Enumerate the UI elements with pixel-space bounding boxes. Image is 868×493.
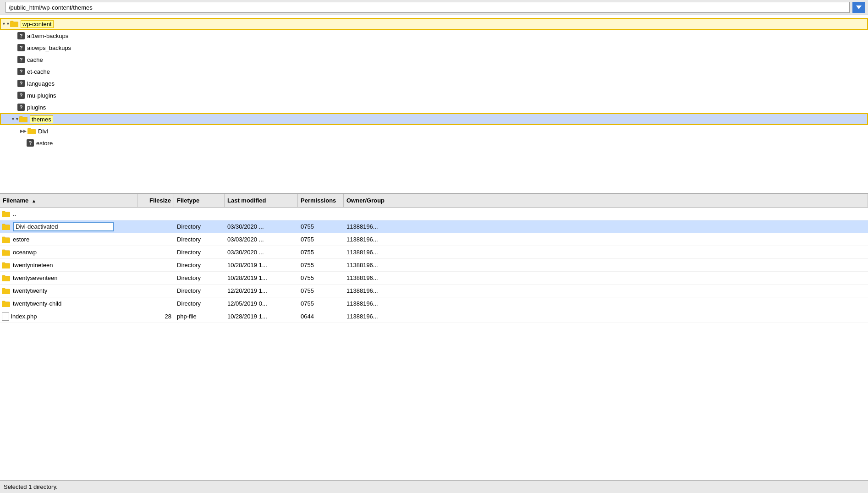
filename-label-twentytwenty: twentytwenty <box>13 287 47 294</box>
file-row-twentytwenty-child[interactable]: twentytwenty-child Directory 12/05/2019 … <box>0 297 868 310</box>
header-ownergroup[interactable]: Owner/Group <box>344 194 868 207</box>
header-lastmodified[interactable]: Last modified <box>225 194 298 207</box>
filesize-cell-twentytwenty <box>137 285 174 297</box>
filename-cell-estore: estore <box>0 233 137 246</box>
filename-label-twentyseventeen: twentyseventeen <box>13 274 58 281</box>
tree-item-cache[interactable]: ? cache <box>0 54 868 66</box>
permissions-cell-divi-deactivated: 0755 <box>298 220 344 233</box>
expand-arrow[interactable]: ▼ <box>3 20 9 27</box>
header-permissions[interactable]: Permissions <box>298 194 344 207</box>
header-label-filesize: Filesize <box>149 197 171 204</box>
filename-cell-twentynineteen: twentynineteen <box>0 259 137 271</box>
filetype-cell-twentynineteen: Directory <box>174 259 225 271</box>
file-row-index.php[interactable]: index.php 28 php-file 10/28/2019 1... 06… <box>0 310 868 323</box>
filename-cell-oceanwp: oceanwp <box>0 246 137 258</box>
tree-label-wp-content: wp-content <box>21 20 54 28</box>
tree-item-aiowps_backups[interactable]: ? aiowps_backups <box>0 42 868 54</box>
remote-site-input[interactable] <box>5 2 850 13</box>
tree-item-languages[interactable]: ? languages <box>0 77 868 89</box>
file-row-estore[interactable]: estore Directory 03/03/2020 ... 0755 113… <box>0 233 868 246</box>
expand-arrow[interactable]: ▶ <box>20 127 27 135</box>
header-label-filename: Filename ▲ <box>3 197 36 204</box>
remote-site-dropdown-button[interactable] <box>852 2 865 13</box>
filename-label-twentynineteen: twentynineteen <box>13 262 53 268</box>
ownergroup-cell-index.php: 11388196... <box>344 310 868 323</box>
svg-marker-0 <box>856 5 862 9</box>
tree-item-themes[interactable]: ▼ themes <box>0 113 868 125</box>
status-bar: Selected 1 directory. <box>0 480 868 493</box>
ownergroup-cell-twentyseventeen: 11388196... <box>344 272 868 284</box>
header-filetype[interactable]: Filetype <box>174 194 225 207</box>
folder-icon <box>2 275 11 281</box>
filesize-cell-twentyseventeen <box>137 272 174 284</box>
tree-label-aiowps_backups: aiowps_backups <box>27 44 71 51</box>
folder-icon <box>2 224 11 230</box>
lastmod-cell-twentytwenty: 12/20/2019 1... <box>225 285 298 297</box>
expand-arrow[interactable]: ▼ <box>12 115 18 123</box>
filesize-cell-twentynineteen <box>137 259 174 271</box>
filename-cell-index.php: index.php <box>0 310 137 323</box>
tree-item-et-cache[interactable]: ? et-cache <box>0 66 868 77</box>
filename-label-dotdot: .. <box>13 210 16 217</box>
tree-label-cache: cache <box>27 56 43 63</box>
lastmod-cell-twentytwenty-child: 12/05/2019 0... <box>225 297 298 310</box>
ownergroup-cell-twentytwenty: 11388196... <box>344 285 868 297</box>
tree-item-mu-plugins[interactable]: ? mu-plugins <box>0 89 868 101</box>
tree-item-wp-content[interactable]: ▼ wp-content <box>0 18 868 30</box>
filename-cell-divi-deactivated[interactable] <box>0 220 137 233</box>
file-row-twentyseventeen[interactable]: twentyseventeen Directory 10/28/2019 1..… <box>0 272 868 285</box>
lastmod-cell-twentyseventeen: 10/28/2019 1... <box>225 272 298 284</box>
filesize-cell-estore <box>137 233 174 246</box>
lastmod-cell-twentynineteen: 10/28/2019 1... <box>225 259 298 271</box>
chevron-down-icon <box>856 5 862 9</box>
permissions-cell-oceanwp: 0755 <box>298 246 344 258</box>
tree-pane: ▼ wp-content ? ai1wm-backups ? aiowps_ba… <box>0 15 868 194</box>
permissions-cell-twentyseventeen: 0755 <box>298 272 344 284</box>
file-rows: .. Directory 03/30/2020 ... 0755 1138819… <box>0 208 868 480</box>
folder-icon <box>2 301 11 307</box>
filesize-cell-oceanwp <box>137 246 174 258</box>
file-list-pane: Filename ▲ Filesize Filetype Last modifi… <box>0 194 868 480</box>
permissions-cell-estore: 0755 <box>298 233 344 246</box>
filetype-cell-twentytwenty: Directory <box>174 285 225 297</box>
folder-icon <box>18 115 28 123</box>
tree-label-mu-plugins: mu-plugins <box>27 92 56 99</box>
status-text: Selected 1 directory. <box>4 483 58 490</box>
header-label-permissions: Permissions <box>301 197 336 204</box>
tree-label-estore: estore <box>36 140 53 147</box>
filetype-cell-twentyseventeen: Directory <box>174 272 225 284</box>
file-list-headers: Filename ▲ Filesize Filetype Last modifi… <box>0 194 868 208</box>
filesize-cell-divi-deactivated <box>137 220 174 233</box>
tree-item-plugins[interactable]: ? plugins <box>0 101 868 113</box>
folder-icon <box>2 249 11 256</box>
tree-label-Divi: Divi <box>38 128 48 135</box>
tree-label-themes: themes <box>30 115 53 123</box>
header-filename[interactable]: Filename ▲ <box>0 194 137 207</box>
filename-label-twentytwenty-child: twentytwenty-child <box>13 300 61 307</box>
file-row-divi-deactivated[interactable]: Directory 03/30/2020 ... 0755 11388196..… <box>0 220 868 233</box>
filesize-cell-twentytwenty-child <box>137 297 174 310</box>
lastmod-cell-divi-deactivated: 03/30/2020 ... <box>225 220 298 233</box>
file-row-dotdot[interactable]: .. <box>0 208 868 220</box>
folder-icon <box>9 20 19 27</box>
filename-edit-input-divi-deactivated[interactable] <box>13 222 114 231</box>
tree-label-languages: languages <box>27 80 55 87</box>
folder-icon <box>2 211 11 217</box>
header-filesize[interactable]: Filesize <box>137 194 174 207</box>
ownergroup-cell-twentytwenty-child: 11388196... <box>344 297 868 310</box>
tree-label-et-cache: et-cache <box>27 68 50 75</box>
tree-label-plugins: plugins <box>27 104 46 111</box>
filename-label-oceanwp: oceanwp <box>13 249 37 256</box>
file-row-twentynineteen[interactable]: twentynineteen Directory 10/28/2019 1...… <box>0 259 868 272</box>
filetype-cell-dotdot <box>174 208 225 220</box>
permissions-cell-twentytwenty: 0755 <box>298 285 344 297</box>
header-label-ownergroup: Owner/Group <box>346 197 385 204</box>
file-row-twentytwenty[interactable]: twentytwenty Directory 12/20/2019 1... 0… <box>0 285 868 297</box>
header-label-lastmodified: Last modified <box>227 197 266 204</box>
tree-item-Divi[interactable]: ▶ Divi <box>0 125 868 137</box>
file-row-oceanwp[interactable]: oceanwp Directory 03/30/2020 ... 0755 11… <box>0 246 868 259</box>
tree-item-ai1wm-backups[interactable]: ? ai1wm-backups <box>0 30 868 42</box>
tree-item-estore[interactable]: ? estore <box>0 137 868 149</box>
ownergroup-cell-estore: 11388196... <box>344 233 868 246</box>
filename-cell-dotdot: .. <box>0 208 137 220</box>
